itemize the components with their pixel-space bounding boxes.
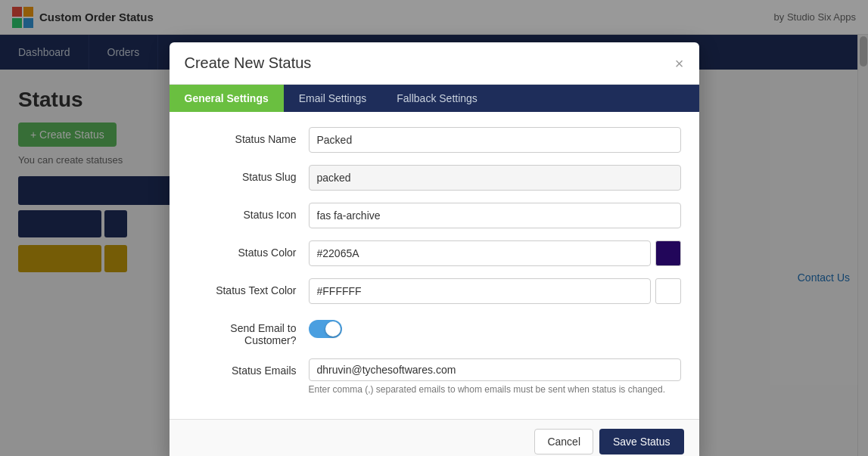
status-text-color-group xyxy=(309,278,681,304)
modal-body: Status Name Status Slug Status Icon Stat… xyxy=(170,112,699,419)
status-name-label: Status Name xyxy=(188,127,309,145)
modal-close-button[interactable]: × xyxy=(675,56,684,71)
tab-general-settings[interactable]: General Settings xyxy=(170,85,284,112)
status-icon-input[interactable] xyxy=(309,203,681,228)
status-emails-input[interactable] xyxy=(309,358,681,381)
status-color-row: Status Color xyxy=(188,240,681,266)
modal-header: Create New Status × xyxy=(170,42,699,85)
send-email-toggle[interactable] xyxy=(309,320,342,338)
status-text-color-input[interactable] xyxy=(309,278,651,304)
toggle-slider xyxy=(309,320,342,338)
status-text-color-label: Status Text Color xyxy=(188,278,309,296)
status-emails-col: Enter comma (,) separated emails to whom… xyxy=(309,358,681,395)
modal-overlay: Create New Status × General Settings Ema… xyxy=(0,0,868,456)
modal: Create New Status × General Settings Ema… xyxy=(170,42,699,456)
status-text-color-swatch[interactable] xyxy=(655,278,681,304)
status-icon-row: Status Icon xyxy=(188,203,681,228)
status-name-row: Status Name xyxy=(188,127,681,153)
tab-fallback-settings[interactable]: Fallback Settings xyxy=(381,85,493,112)
status-emails-hint: Enter comma (,) separated emails to whom… xyxy=(309,384,681,395)
status-color-input[interactable] xyxy=(309,240,651,266)
modal-footer: Cancel Save Status xyxy=(170,419,699,456)
status-slug-input[interactable] xyxy=(309,165,681,191)
tab-email-settings[interactable]: Email Settings xyxy=(284,85,381,112)
status-color-label: Status Color xyxy=(188,240,309,259)
status-color-group xyxy=(309,240,681,266)
status-color-swatch[interactable] xyxy=(655,240,681,266)
status-slug-label: Status Slug xyxy=(188,165,309,183)
status-emails-row: Status Emails Enter comma (,) separated … xyxy=(188,358,681,395)
send-email-row: Send Email to Customer? xyxy=(188,316,681,346)
cancel-button[interactable]: Cancel xyxy=(534,429,593,454)
status-icon-label: Status Icon xyxy=(188,203,309,221)
send-email-label: Send Email to Customer? xyxy=(188,316,309,346)
status-text-color-row: Status Text Color xyxy=(188,278,681,304)
modal-title: Create New Status xyxy=(185,54,312,72)
save-status-button[interactable]: Save Status xyxy=(599,429,684,454)
modal-tabs: General Settings Email Settings Fallback… xyxy=(170,85,699,112)
status-emails-label: Status Emails xyxy=(188,358,309,377)
status-slug-row: Status Slug xyxy=(188,165,681,191)
status-name-input[interactable] xyxy=(309,127,681,153)
